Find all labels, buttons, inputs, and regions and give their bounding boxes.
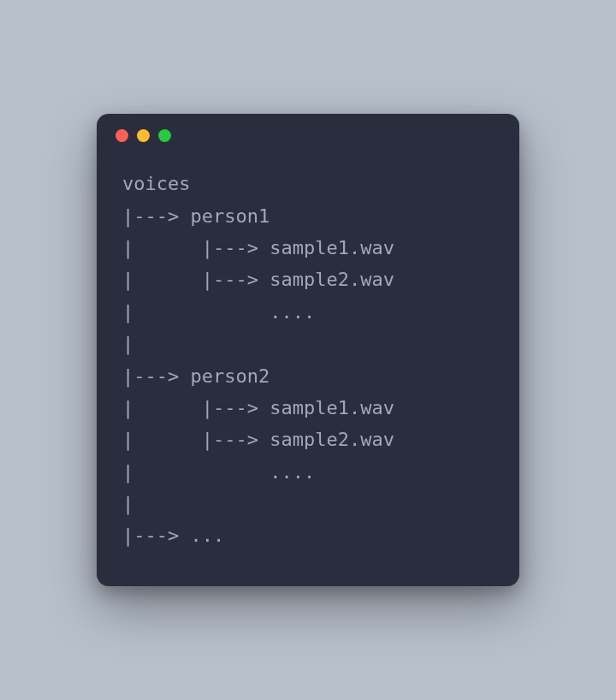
terminal-line: | |---> sample1.wav [122, 392, 494, 424]
terminal-line: |---> ... [122, 519, 494, 551]
window-titlebar [97, 114, 519, 149]
maximize-icon[interactable] [158, 129, 171, 142]
terminal-line: | |---> sample2.wav [122, 424, 494, 455]
terminal-line: voices [122, 168, 494, 199]
minimize-icon[interactable] [137, 129, 150, 142]
terminal-line: | |---> sample1.wav [122, 232, 494, 264]
terminal-body: voices |---> person1 | |---> sample1.wav… [97, 149, 519, 586]
terminal-line: | .... [122, 296, 494, 328]
terminal-line: |---> person1 [122, 200, 494, 232]
terminal-line: | [122, 488, 494, 519]
terminal-line: | .... [122, 456, 494, 488]
terminal-window: voices |---> person1 | |---> sample1.wav… [97, 114, 519, 586]
terminal-line: |---> person2 [122, 360, 494, 392]
terminal-line: | |---> sample2.wav [122, 264, 494, 295]
close-icon[interactable] [116, 129, 128, 142]
terminal-line: | [122, 328, 494, 359]
